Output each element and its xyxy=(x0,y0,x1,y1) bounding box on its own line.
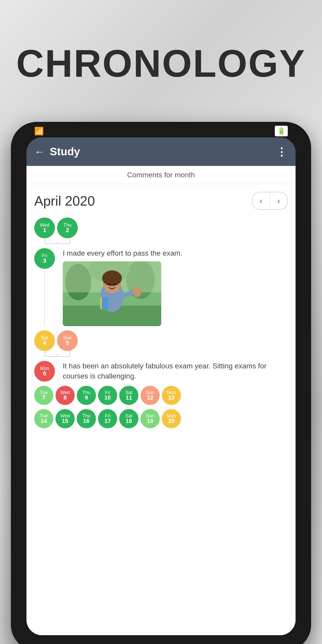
phone-frame: 📶 🔋 ← Study ⋮ Comments for month April 2… xyxy=(11,122,311,644)
timeline-row-4-5: Sat 4 Sun 5 xyxy=(34,330,288,357)
day-wed-15[interactable]: Wed 15 xyxy=(55,409,75,428)
day-mon-6[interactable]: Mon 6 xyxy=(34,361,55,382)
day-sun-12[interactable]: Sun 12 xyxy=(141,386,160,405)
svg-rect-13 xyxy=(102,298,108,309)
back-button[interactable]: ← xyxy=(34,146,45,158)
event-image-3[interactable] xyxy=(63,261,161,326)
status-bar: 📶 🔋 xyxy=(26,122,296,140)
day-fri-10[interactable]: Fri 10 xyxy=(98,386,117,405)
entry-line-col: Fri 3 xyxy=(34,248,55,326)
month-title: April 2020 xyxy=(34,193,95,209)
day-sat-11[interactable]: Sat 11 xyxy=(119,386,138,405)
nav-buttons: ‹ › xyxy=(252,192,288,210)
comments-bar: Comments for month xyxy=(26,166,296,184)
app-title: CHRONOLOGY xyxy=(0,41,322,86)
day-fri-17[interactable]: Fri 17 xyxy=(98,409,117,428)
app-header: ← Study ⋮ xyxy=(26,137,296,166)
day-sun-5[interactable]: Sun 5 xyxy=(57,330,78,351)
day-group-14-20: Tue 14 Wed 15 Thu 16 Fri 17 xyxy=(34,409,288,428)
vert-line-3 xyxy=(44,269,45,326)
day-mon-13[interactable]: Mon 13 xyxy=(162,386,181,405)
day-wed-1[interactable]: Wed 1 xyxy=(34,218,55,238)
scroll-content: April 2020 ‹ › Wed 1 xyxy=(26,184,296,635)
svg-rect-11 xyxy=(135,287,137,292)
day-thu-2[interactable]: Thu 2 xyxy=(57,218,78,238)
day-thu-9[interactable]: Thu 9 xyxy=(77,386,96,405)
more-menu-button[interactable]: ⋮ xyxy=(276,145,288,158)
signal-icon: 📶 xyxy=(34,127,44,136)
day-group-1-2: Wed 1 Thu 2 xyxy=(34,218,288,238)
entry-mon-6: Mon 6 It has been an absolutely fabulous… xyxy=(34,361,288,382)
phone-screen: ← Study ⋮ Comments for month April 2020 … xyxy=(26,137,296,635)
day-fri-3[interactable]: Fri 3 xyxy=(34,248,55,269)
day-group-4-5: Sat 4 Sun 5 xyxy=(34,330,288,351)
month-header: April 2020 ‹ › xyxy=(34,192,288,210)
student-image xyxy=(63,261,161,326)
comments-label: Comments for month xyxy=(127,171,195,179)
prev-month-button[interactable]: ‹ xyxy=(253,192,270,209)
svg-point-8 xyxy=(102,270,122,286)
day-mon-20[interactable]: Mon 20 xyxy=(162,409,181,428)
day-thu-16[interactable]: Thu 16 xyxy=(77,409,96,428)
next-month-button[interactable]: › xyxy=(270,192,287,209)
event-text-3: I made every effort to pass the exam. xyxy=(63,248,285,258)
svg-point-14 xyxy=(108,283,111,285)
day-tue-14[interactable]: Tue 14 xyxy=(34,409,53,428)
day-sat-18[interactable]: Sat 18 xyxy=(119,409,138,428)
timeline: Wed 1 Thu 2 xyxy=(34,218,288,428)
day-sun-19[interactable]: Sun 19 xyxy=(141,409,160,428)
event-content-6: It has been an absolutely fabulous exam … xyxy=(60,361,288,382)
day-sat-4[interactable]: Sat 4 xyxy=(34,330,55,351)
event-content-3: I made every effort to pass the exam. xyxy=(60,248,288,326)
header-title: Study xyxy=(50,145,276,158)
event-text-6: It has been an absolutely fabulous exam … xyxy=(63,361,285,381)
day-group-7-13: Tue 7 Wed 8 Thu 9 Fri 10 xyxy=(34,386,288,405)
svg-point-15 xyxy=(113,283,116,285)
entry-fri-3: Fri 3 I made every effort to pass the ex… xyxy=(34,248,288,326)
timeline-row-1: Wed 1 Thu 2 xyxy=(34,218,288,244)
day-wed-8[interactable]: Wed 8 xyxy=(55,386,75,405)
battery-icon: 🔋 xyxy=(275,126,288,136)
day-tue-7[interactable]: Tue 7 xyxy=(34,386,53,405)
entry-line-col-6: Mon 6 xyxy=(34,361,55,382)
